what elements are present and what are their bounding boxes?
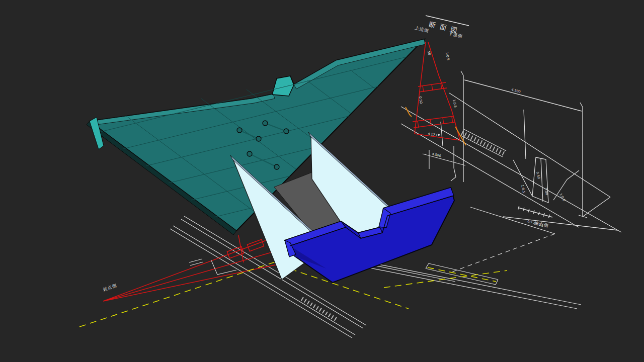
scene-canvas: 断面図 上流側 下流側 起点側 終点側 50 1:0.5 0.50 1:0.5 … — [0, 0, 644, 362]
upstream-label: 上流側 — [415, 25, 430, 33]
red-section-frame — [415, 42, 460, 140]
red-footing-box — [248, 239, 264, 251]
bolt-hole — [284, 129, 289, 134]
bolt-hole — [274, 164, 279, 169]
bolt-hole — [247, 151, 252, 156]
bolt-hole — [263, 121, 268, 126]
dim-emb-top: 0.50 — [535, 171, 541, 179]
red-section-wireframe — [413, 42, 460, 140]
dim-red-slope-lower: 1:0.5 — [452, 99, 457, 108]
dim-red-left: 0.50 — [418, 96, 423, 104]
dim-red-top: 50 — [427, 51, 431, 56]
red-section-rungs — [413, 82, 455, 128]
plan-dashed-boundary — [452, 234, 555, 272]
dim-red-slope-right: 1:0.5 — [445, 52, 450, 61]
deck-lug-facet — [272, 76, 294, 96]
dim-emb-height: 7.00 — [543, 188, 549, 196]
cad-3d-viewport[interactable]: 断面図 上流側 下流側 起点側 終点側 50 1:0.5 0.50 1:0.5 … — [0, 0, 644, 362]
start-side-label: 起点側 — [102, 283, 117, 292]
bolt-hole — [256, 136, 261, 141]
dim-red-width: 4.173 — [428, 132, 438, 137]
survey-point — [438, 134, 440, 136]
dim-white-width: 4.500 — [432, 152, 442, 158]
bolt-hole — [237, 128, 242, 133]
white-dim-under-red — [423, 146, 465, 181]
embankment-outline — [532, 157, 548, 203]
road-hatch — [462, 133, 504, 154]
dim-emb-slope-left: 1:0.5 — [520, 185, 526, 194]
